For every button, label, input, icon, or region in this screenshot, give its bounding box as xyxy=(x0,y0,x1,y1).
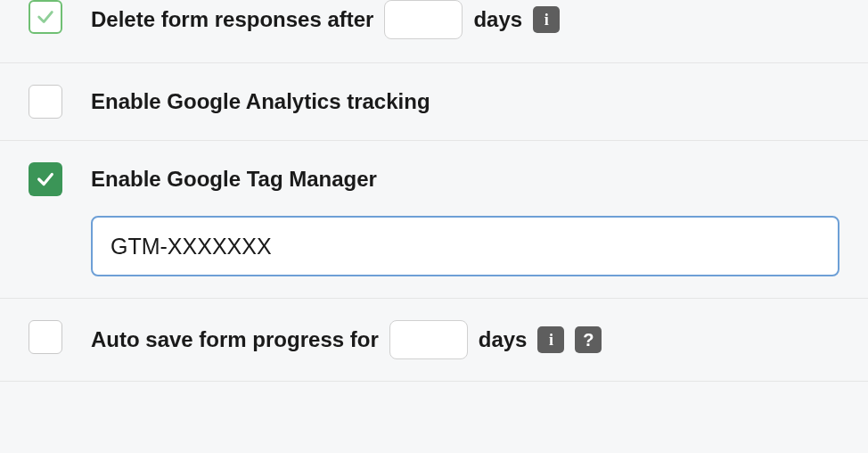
auto-save-content: Auto save form progress for days i ? xyxy=(91,320,839,359)
auto-save-label-before: Auto save form progress for xyxy=(91,323,379,357)
google-analytics-label-line: Enable Google Analytics tracking xyxy=(91,85,839,119)
auto-save-days-input[interactable] xyxy=(389,320,468,359)
delete-responses-content: Delete form responses after days i xyxy=(91,0,839,39)
google-analytics-label: Enable Google Analytics tracking xyxy=(91,85,430,119)
setting-row-delete-responses: Delete form responses after days i xyxy=(0,0,868,63)
info-icon[interactable]: i xyxy=(537,326,564,353)
google-tag-manager-id-input[interactable] xyxy=(91,216,839,276)
google-analytics-checkbox[interactable] xyxy=(29,85,62,119)
auto-save-label-after: days xyxy=(479,323,528,357)
delete-responses-label-before: Delete form responses after xyxy=(91,3,373,37)
google-tag-manager-checkbox[interactable] xyxy=(29,162,62,196)
info-icon[interactable]: i xyxy=(533,6,560,33)
check-icon xyxy=(36,169,55,189)
google-tag-manager-content: Enable Google Tag Manager xyxy=(91,162,839,276)
google-tag-manager-label-line: Enable Google Tag Manager xyxy=(91,162,839,196)
setting-row-auto-save: Auto save form progress for days i ? xyxy=(0,299,868,382)
setting-row-google-tag-manager: Enable Google Tag Manager xyxy=(0,141,868,299)
delete-responses-days-input[interactable] xyxy=(384,0,463,39)
google-analytics-content: Enable Google Analytics tracking xyxy=(91,85,839,119)
check-icon xyxy=(36,7,55,27)
auto-save-checkbox[interactable] xyxy=(29,320,62,354)
help-icon[interactable]: ? xyxy=(575,326,602,353)
auto-save-label-line: Auto save form progress for days i ? xyxy=(91,320,839,359)
delete-responses-label-line: Delete form responses after days i xyxy=(91,0,839,39)
google-tag-manager-label: Enable Google Tag Manager xyxy=(91,162,377,196)
delete-responses-label-after: days xyxy=(473,3,522,37)
delete-responses-checkbox[interactable] xyxy=(29,0,62,34)
setting-row-google-analytics: Enable Google Analytics tracking xyxy=(0,63,868,141)
